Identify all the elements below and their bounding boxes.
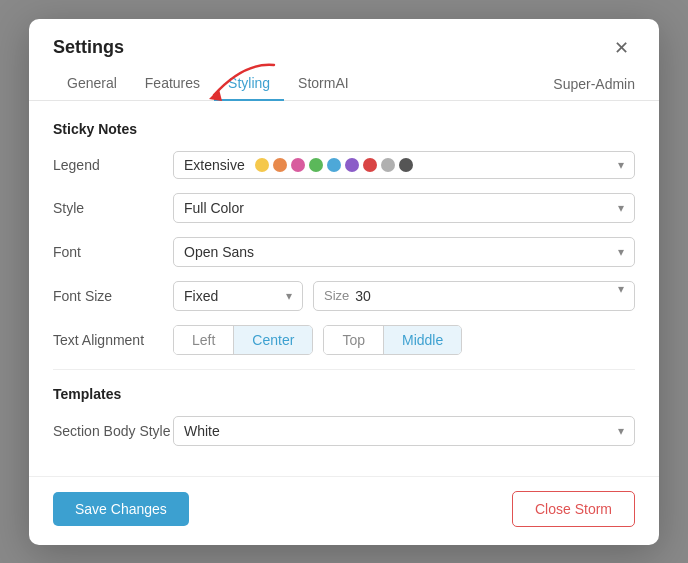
vertical-align-group: Top Middle: [323, 325, 462, 355]
dot-darkgray: [399, 158, 413, 172]
modal-title: Settings: [53, 37, 124, 58]
font-label: Font: [53, 244, 173, 260]
font-size-type-arrow: ▾: [286, 289, 292, 303]
tab-super-admin[interactable]: Super-Admin: [539, 68, 635, 100]
modal-body: Sticky Notes Legend Extensive: [29, 101, 659, 476]
size-value-dropdown[interactable]: Size 30 ▾: [313, 281, 635, 311]
save-changes-button[interactable]: Save Changes: [53, 492, 189, 526]
size-arrow: ▾: [618, 282, 624, 296]
align-middle-button[interactable]: Middle: [384, 326, 461, 354]
style-value: Full Color: [184, 200, 244, 216]
legend-control: Extensive ▾: [173, 151, 635, 179]
font-size-row: Font Size Fixed ▾ Size 30 ▾: [53, 281, 635, 311]
align-center-button[interactable]: Center: [234, 326, 312, 354]
color-dots: [255, 158, 608, 172]
font-control: Open Sans ▾: [173, 237, 635, 267]
modal-overlay: Settings ✕ General Features Styling Stor…: [0, 0, 688, 563]
body-style-control: White ▾: [173, 416, 635, 446]
sticky-notes-section-title: Sticky Notes: [53, 121, 635, 137]
tab-general[interactable]: General: [53, 67, 131, 101]
style-dropdown[interactable]: Full Color ▾: [173, 193, 635, 223]
dot-orange: [273, 158, 287, 172]
dot-purple: [345, 158, 359, 172]
close-storm-button[interactable]: Close Storm: [512, 491, 635, 527]
body-style-row: Section Body Style White ▾: [53, 416, 635, 446]
dot-yellow: [255, 158, 269, 172]
modal-close-button[interactable]: ✕: [608, 37, 635, 59]
font-size-type-value: Fixed: [184, 288, 218, 304]
tabs-row: General Features Styling StormAI Super-A…: [29, 67, 659, 101]
style-row: Style Full Color ▾: [53, 193, 635, 223]
dot-red: [363, 158, 377, 172]
dot-lightgray: [381, 158, 395, 172]
dot-blue: [327, 158, 341, 172]
align-top-button[interactable]: Top: [324, 326, 384, 354]
tab-styling[interactable]: Styling: [214, 67, 284, 101]
horizontal-align-group: Left Center: [173, 325, 313, 355]
alignment-wrapper: Left Center Top Middle: [173, 325, 635, 355]
font-row: Font Open Sans ▾: [53, 237, 635, 267]
text-align-control: Left Center Top Middle: [173, 325, 635, 355]
body-style-label: Section Body Style: [53, 423, 173, 439]
legend-value: Extensive: [184, 157, 245, 173]
text-align-row: Text Alignment Left Center Top Middle: [53, 325, 635, 355]
modal-footer: Save Changes Close Storm: [29, 476, 659, 545]
font-dropdown[interactable]: Open Sans ▾: [173, 237, 635, 267]
dot-pink: [291, 158, 305, 172]
body-style-value: White: [184, 423, 220, 439]
tab-features[interactable]: Features: [131, 67, 214, 101]
settings-modal: Settings ✕ General Features Styling Stor…: [29, 19, 659, 545]
style-control: Full Color ▾: [173, 193, 635, 223]
legend-dropdown-arrow: ▾: [618, 158, 624, 172]
legend-label: Legend: [53, 157, 173, 173]
font-size-selects: Fixed ▾ Size 30 ▾: [173, 281, 635, 311]
size-label: Size: [324, 288, 349, 303]
font-dropdown-arrow: ▾: [618, 245, 624, 259]
style-label: Style: [53, 200, 173, 216]
legend-row: Legend Extensive: [53, 151, 635, 179]
modal-header: Settings ✕: [29, 19, 659, 59]
legend-dropdown[interactable]: Extensive ▾: [173, 151, 635, 179]
font-value: Open Sans: [184, 244, 254, 260]
body-style-dropdown[interactable]: White ▾: [173, 416, 635, 446]
font-size-control: Fixed ▾ Size 30 ▾: [173, 281, 635, 311]
text-align-label: Text Alignment: [53, 332, 173, 348]
font-size-type-dropdown[interactable]: Fixed ▾: [173, 281, 303, 311]
section-divider: [53, 369, 635, 370]
size-value: 30: [355, 288, 371, 304]
templates-section-title: Templates: [53, 386, 635, 402]
align-left-button[interactable]: Left: [174, 326, 234, 354]
dot-green: [309, 158, 323, 172]
tab-stormai[interactable]: StormAI: [284, 67, 363, 101]
style-dropdown-arrow: ▾: [618, 201, 624, 215]
font-size-label: Font Size: [53, 288, 173, 304]
body-style-arrow: ▾: [618, 424, 624, 438]
tabs-container: General Features Styling StormAI Super-A…: [29, 67, 659, 101]
